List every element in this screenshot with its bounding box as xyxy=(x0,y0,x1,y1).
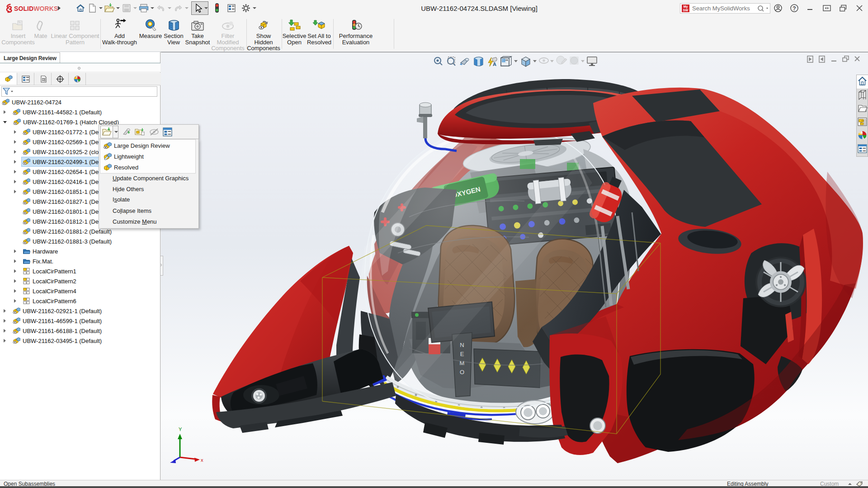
svg-text:SOLIDWORKS: SOLIDWORKS xyxy=(14,5,58,12)
svg-text:?: ? xyxy=(793,5,796,12)
svg-text:A: A xyxy=(493,61,496,67)
svg-text:Y: Y xyxy=(179,427,182,432)
svg-text:x: x xyxy=(201,457,203,463)
